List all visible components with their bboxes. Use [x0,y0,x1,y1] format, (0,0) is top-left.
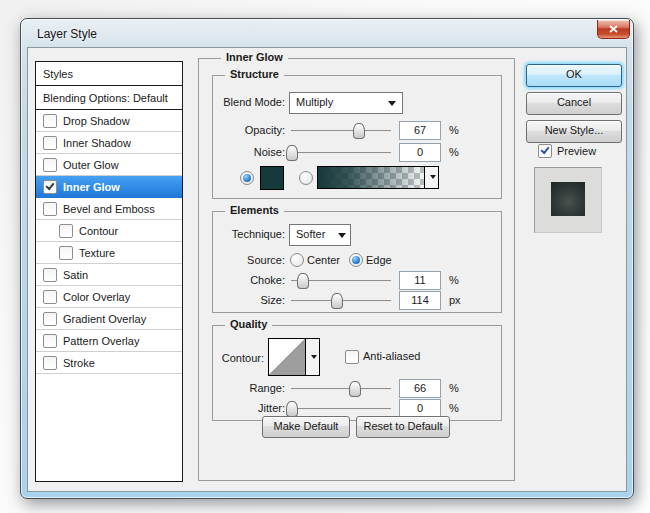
ok-button[interactable]: OK [526,64,622,87]
contour-thumbnail[interactable] [268,338,306,376]
slider-thumb[interactable] [349,381,361,397]
noise-label: Noise: [213,142,285,162]
texture-checkbox[interactable] [59,246,73,260]
opacity-slider[interactable] [291,123,391,138]
slider-thumb[interactable] [331,293,343,309]
blend-mode-label: Blend Mode: [213,92,285,112]
jitter-slider[interactable] [291,401,391,416]
satin-checkbox[interactable] [43,268,57,282]
sidebar-label: Inner Glow [63,181,120,193]
blend-mode-value: Multiply [290,93,402,112]
preview-checkbox[interactable] [538,144,552,158]
sidebar-item-satin[interactable]: Satin [36,264,182,286]
contour-checkbox[interactable] [59,224,73,238]
technique-select[interactable]: Softer [289,224,351,246]
sidebar-item-contour[interactable]: Contour [36,220,182,242]
inner-glow-checkbox[interactable] [43,180,57,194]
pattern-overlay-checkbox[interactable] [43,334,57,348]
sidebar-item-color-overlay[interactable]: Color Overlay [36,286,182,308]
bevel-emboss-checkbox[interactable] [43,202,57,216]
sidebar-item-bevel-and-emboss[interactable]: Bevel and Emboss [36,198,182,220]
preview-label: Preview [557,145,596,157]
range-unit: % [449,378,459,398]
preview-effect-swatch [551,182,585,216]
chevron-down-icon [338,233,346,238]
gradient-picker[interactable] [317,166,439,189]
source-label: Source: [213,250,285,270]
sidebar-label: Texture [79,247,115,259]
gradient-dropdown[interactable] [424,167,438,188]
anti-aliased-label[interactable]: Anti-aliased [363,346,420,366]
size-label: Size: [213,290,285,310]
gradient-overlay-checkbox[interactable] [43,312,57,326]
sidebar-label: Outer Glow [63,159,119,171]
source-center-label[interactable]: Center [307,250,340,270]
source-center-radio[interactable] [290,253,304,267]
structure-group: Structure Blend Mode: Multiply Opacity: … [212,75,502,199]
color-overlay-checkbox[interactable] [43,290,57,304]
sidebar-item-outer-glow[interactable]: Outer Glow [36,154,182,176]
styles-list: Styles Blending Options: Default Drop Sh… [35,61,183,482]
slider-thumb[interactable] [286,401,298,417]
noise-value[interactable]: 0 [399,143,441,162]
make-default-button[interactable]: Make Default [262,416,350,438]
titlebar[interactable]: Layer Style [21,19,633,47]
sidebar-item-pattern-overlay[interactable]: Pattern Overlay [36,330,182,352]
slider-track [291,130,391,132]
sidebar-item-stroke[interactable]: Stroke [36,352,182,374]
slider-thumb[interactable] [353,123,365,139]
cancel-button[interactable]: Cancel [526,92,622,115]
gradient-radio[interactable] [299,171,313,185]
sidebar-item-inner-shadow[interactable]: Inner Shadow [36,132,182,154]
range-slider[interactable] [291,381,391,396]
choke-value[interactable]: 11 [399,271,441,290]
dialog-content: Styles Blending Options: Default Drop Sh… [27,47,627,492]
preview-option[interactable]: Preview [538,144,596,158]
range-label: Range: [213,378,285,398]
close-x-icon [609,25,618,33]
drop-shadow-checkbox[interactable] [43,114,57,128]
sidebar-item-gradient-overlay[interactable]: Gradient Overlay [36,308,182,330]
inner-shadow-checkbox[interactable] [43,136,57,150]
chevron-down-icon [388,101,396,106]
contour-label: Contour: [213,348,264,368]
sidebar-item-inner-glow[interactable]: Inner Glow [36,176,182,198]
sidebar-label: Styles [43,68,73,80]
range-value[interactable]: 66 [399,379,441,398]
sidebar-item-drop-shadow[interactable]: Drop Shadow [36,110,182,132]
slider-track [291,388,391,390]
choke-label: Choke: [213,270,285,290]
reset-to-default-button[interactable]: Reset to Default [356,416,450,438]
source-edge-label[interactable]: Edge [366,250,392,270]
opacity-label: Opacity: [213,120,285,140]
choke-unit: % [449,270,459,290]
jitter-label: Jitter: [213,398,285,418]
sidebar-item-blending-options[interactable]: Blending Options: Default [36,86,182,110]
sidebar-label: Bevel and Emboss [63,203,155,215]
size-value[interactable]: 114 [399,291,441,310]
slider-track [291,408,391,410]
solid-color-radio[interactable] [240,171,254,185]
opacity-value[interactable]: 67 [399,121,441,140]
panel-title: Inner Glow [221,51,288,63]
close-button[interactable] [597,20,630,39]
anti-aliased-checkbox[interactable] [345,350,359,364]
choke-slider[interactable] [291,273,391,288]
slider-thumb[interactable] [286,145,298,161]
size-slider[interactable] [291,293,391,308]
source-edge-radio[interactable] [349,253,363,267]
sidebar-label: Stroke [63,357,95,369]
chevron-down-icon [311,355,317,359]
sidebar-label: Blending Options: Default [43,92,168,104]
sidebar-item-styles[interactable]: Styles [36,62,182,86]
noise-slider[interactable] [291,145,391,160]
contour-dropdown[interactable] [306,338,320,376]
outer-glow-checkbox[interactable] [43,158,57,172]
sidebar-item-texture[interactable]: Texture [36,242,182,264]
glow-color-swatch[interactable] [260,166,284,190]
slider-thumb[interactable] [297,273,309,289]
blend-mode-select[interactable]: Multiply [289,92,403,114]
new-style-button[interactable]: New Style... [526,120,622,143]
stroke-checkbox[interactable] [43,356,57,370]
inner-glow-panel: Inner Glow Structure Blend Mode: Multipl… [198,58,515,481]
